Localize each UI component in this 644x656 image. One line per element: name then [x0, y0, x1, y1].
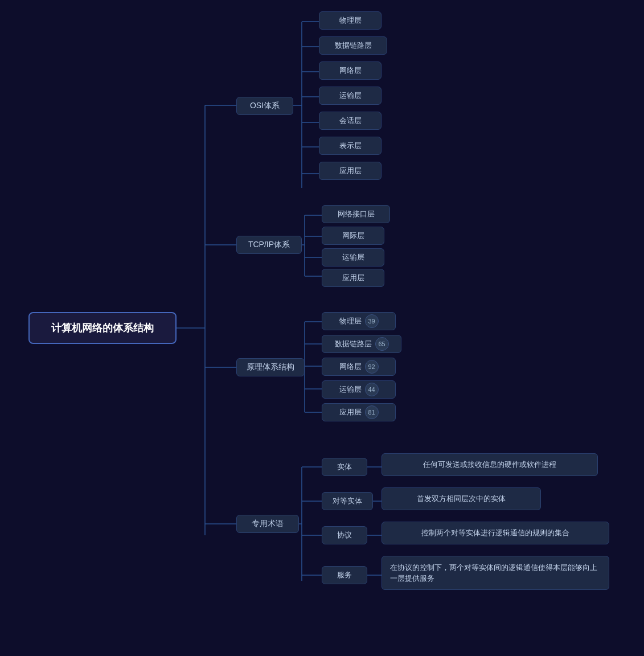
mind-map-canvas: 计算机网络的体系结构 OSI体系 物理层 数据链路层 网络层 运输层 会话层 表…	[0, 0, 644, 656]
orig-child-3: 运输层 44	[322, 380, 396, 399]
osi-child-2: 网络层	[319, 62, 382, 80]
terms-child-0-desc: 任何可发送或接收信息的硬件或软件进程	[382, 453, 598, 476]
osi-child-0: 物理层	[319, 11, 382, 30]
osi-child-4: 会话层	[319, 112, 382, 130]
orig-child-2: 网络层 92	[322, 358, 396, 376]
orig-child-0: 物理层 39	[322, 312, 396, 330]
osi-node: OSI体系	[236, 97, 293, 115]
terms-child-1-label: 对等实体	[322, 492, 373, 510]
terms-child-1-desc: 首发双方相同层次中的实体	[382, 487, 541, 510]
orig-child-1: 数据链路层 65	[322, 335, 401, 353]
tcpip-child-0: 网络接口层	[322, 205, 390, 223]
tcpip-child-3: 应用层	[322, 269, 384, 287]
terms-child-2-desc: 控制两个对等实体进行逻辑通信的规则的集合	[382, 522, 609, 544]
terms-node: 专用术语	[236, 515, 299, 533]
terms-child-0-label: 实体	[322, 458, 367, 476]
root-node: 计算机网络的体系结构	[28, 312, 177, 344]
terms-child-3-desc: 在协议的控制下，两个对等实体间的逻辑通信使得本层能够向上一层提供服务	[382, 556, 609, 590]
osi-child-5: 表示层	[319, 137, 382, 155]
osi-child-1: 数据链路层	[319, 36, 387, 55]
tcpip-child-1: 网际层	[322, 227, 384, 245]
tcpip-child-2: 运输层	[322, 248, 384, 266]
osi-child-6: 应用层	[319, 162, 382, 180]
orig-child-4: 应用层 81	[322, 403, 396, 421]
original-node: 原理体系结构	[236, 358, 305, 376]
terms-child-3-label: 服务	[322, 566, 367, 584]
terms-child-2-label: 协议	[322, 526, 367, 544]
tcpip-node: TCP/IP体系	[236, 236, 302, 254]
osi-child-3: 运输层	[319, 87, 382, 105]
